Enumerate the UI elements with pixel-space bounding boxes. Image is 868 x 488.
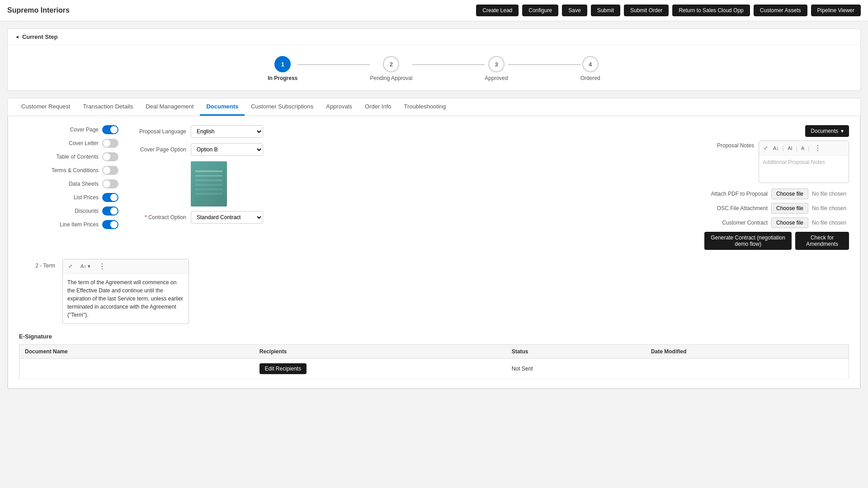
toggle-list-prices[interactable] [102,193,118,202]
step-3: 3 Approved [485,56,508,81]
submit-order-button[interactable]: Submit Order [624,5,669,16]
toggle-discounts[interactable] [102,206,118,216]
osc-file-choose-button[interactable]: Choose file [771,203,808,214]
create-lead-button[interactable]: Create Lead [476,5,519,16]
cover-page-option-label: Cover Page Option [127,146,186,153]
toggle-discounts-label: Discounts [75,208,99,214]
term-font-icon[interactable]: A↕ ▾ [78,263,93,270]
attach-pdf-choose-button[interactable]: Choose file [771,188,808,199]
documents-panel-button[interactable]: Documents ▾ [805,125,849,137]
term-toolbar: ⤢ A↕ ▾ ⋮ [63,259,189,274]
toggle-list-prices-row: List Prices [19,193,118,202]
current-step-label: Current Step [22,33,58,40]
submit-button[interactable]: Submit [591,5,620,16]
edit-recipients-button[interactable]: Edit Recipients [259,363,307,374]
app-header: Supremo Interiors Create Lead Configure … [0,0,868,21]
step-4: 4 Ordered [580,56,600,81]
proposal-notes-placeholder: Additional Proposal Notes [763,159,825,165]
toggle-cover-letter-row: Cover Letter [19,139,118,148]
cover-page-option-select[interactable]: Option B [191,143,263,156]
tab-documents[interactable]: Documents [200,99,245,116]
osc-file-row: OSC File Attachment Choose file No file … [704,203,849,214]
toggles-section: Cover Page Cover Letter Table of Content… [19,125,118,250]
step-connector-1 [297,64,370,65]
osc-file-no-file: No file chosen [812,205,846,211]
save-button[interactable]: Save [562,5,587,16]
term-more-icon[interactable]: ⋮ [96,261,108,272]
toggle-cover-page-label: Cover Page [70,127,99,133]
tab-deal-management[interactable]: Deal Management [139,99,200,116]
step-1: 1 In Progress [268,56,297,81]
tab-bar: Customer Request Transaction Details Dea… [8,99,860,116]
tab-troubleshooting[interactable]: Troubleshooting [398,99,453,116]
toggle-cover-letter-label: Cover Letter [69,140,99,146]
col-date-modified: Date Modified [646,345,849,359]
tab-approvals[interactable]: Approvals [320,99,359,116]
collapse-icon[interactable]: ◄ [15,34,19,39]
more-options-icon[interactable]: ⋮ [811,143,824,153]
toggle-terms[interactable] [102,166,118,175]
toolbar-divider: | [783,145,784,151]
current-step-header: ◄ Current Step [8,29,860,45]
toggle-toc[interactable] [102,152,118,161]
col-document-name: Document Name [19,345,254,359]
return-to-sales-button[interactable]: Return to Sales Cloud Opp [672,5,750,16]
chevron-down-icon: ▾ [841,128,844,134]
step-1-label: In Progress [268,75,297,81]
toggle-line-item-prices[interactable] [102,220,118,229]
proposal-notes-label: Proposal Notes [704,141,754,149]
col-status: Status [506,345,646,359]
pipeline-viewer-button[interactable]: Pipeline Viewer [811,5,861,16]
cell-status: Not Sent [506,359,646,379]
toggle-cover-page-row: Cover Page [19,125,118,134]
font-size-icon[interactable]: A↕ [771,145,781,152]
current-step-card: ◄ Current Step 1 In Progress 2 Pending A… [7,28,861,91]
proposal-language-row: Proposal Language English [127,125,695,138]
step-connector-3 [508,64,580,65]
highlight-icon[interactable]: A [799,145,806,152]
attach-pdf-row: Attach PDF to Proposal Choose file No fi… [704,188,849,199]
customer-contract-label: Customer Contract [704,220,768,226]
col-recipients: Recipients [254,345,506,359]
generate-contract-button[interactable]: Generate Contract (negotiation demo flow… [704,232,792,250]
documents-panel-label: Documents [811,128,838,134]
preview-thumbnail [191,161,227,206]
step-4-circle: 4 [582,56,599,72]
tab-transaction-details[interactable]: Transaction Details [76,99,139,116]
proposal-language-label: Proposal Language [127,128,186,135]
cell-date-modified [646,359,849,379]
cover-page-option-row: Cover Page Option Option B [127,143,695,156]
toggle-line-item-prices-row: Line Item Prices [19,220,118,229]
toggle-cover-letter[interactable] [102,139,118,148]
toggle-cover-page[interactable] [102,125,118,134]
contract-option-label: Contract Option [127,214,186,221]
step-1-circle: 1 [274,56,291,72]
tab-customer-subscriptions[interactable]: Customer Subscriptions [245,99,320,116]
term-text: The term of the Agreement will commence … [67,279,183,318]
tab-customer-request[interactable]: Customer Request [15,99,76,116]
esignature-header: E-Signature [19,333,849,340]
stepper: 1 In Progress 2 Pending Approval 3 Appro… [8,45,860,90]
toggle-data-sheets[interactable] [102,179,118,188]
customer-assets-button[interactable]: Customer Assets [754,5,807,16]
cell-recipients: Edit Recipients [254,359,506,379]
documents-card: Customer Request Transaction Details Dea… [7,98,861,389]
toggle-data-sheets-row: Data Sheets [19,179,118,188]
customer-contract-choose-button[interactable]: Choose file [771,217,808,228]
configure-button[interactable]: Configure [522,5,558,16]
ai-icon[interactable]: AI [786,145,794,152]
tab-order-info[interactable]: Order Info [359,99,398,116]
proposal-notes-content[interactable]: Additional Proposal Notes [759,155,849,183]
contract-option-select[interactable]: Standard Contract [191,211,263,224]
term-expand-icon[interactable]: ⤢ [66,263,75,270]
step-3-circle: 3 [488,56,505,72]
toggle-list-prices-label: List Prices [74,194,99,201]
proposal-language-select[interactable]: English [191,125,263,138]
notes-toolbar: ⤢ A↕ | AI | A | ⋮ [759,141,849,155]
esignature-table: Document Name Recipients Status Date Mod… [19,344,849,379]
toolbar-divider3: | [808,145,809,151]
proposal-notes-area: Proposal Notes ⤢ A↕ | AI | A | ⋮ [704,141,849,183]
expand-icon[interactable]: ⤢ [762,144,769,152]
toggle-toc-row: Table of Contents [19,152,118,161]
check-amendments-button[interactable]: Check for Amendments [795,232,849,250]
